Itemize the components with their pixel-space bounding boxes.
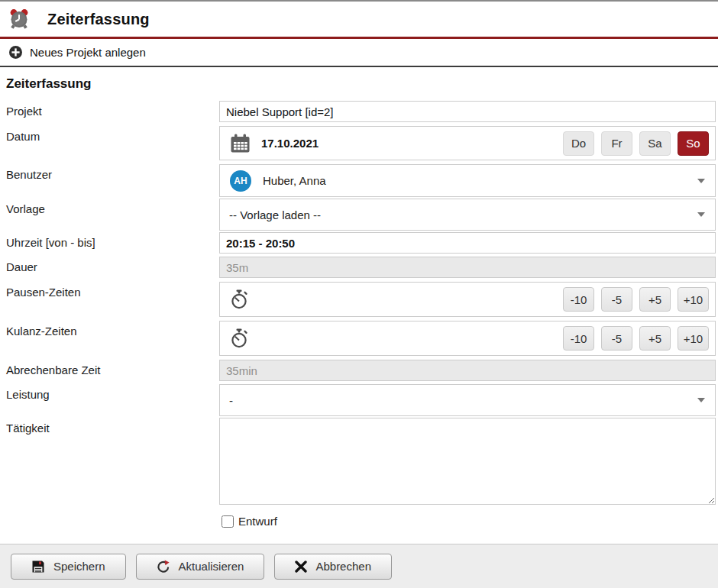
pausen-minus5-button[interactable]: -5 [601,287,632,312]
weekday-button-sa[interactable]: Sa [639,131,671,156]
chevron-down-icon [697,179,705,183]
date-value[interactable]: 17.10.2021 [261,137,319,150]
kulanz-adjust-buttons: -10 -5 +5 +10 [563,326,709,351]
plus-circle-icon [9,46,22,59]
pausen-plus10-button[interactable]: +10 [678,287,709,312]
chevron-down-icon [697,212,705,217]
weekday-button-do[interactable]: Do [563,131,594,156]
datum-row: Datum 17.10.2021 Do Fr [6,126,716,160]
weekday-button-so[interactable]: So [678,131,709,156]
uhrzeit-input[interactable] [219,232,716,254]
dauer-row: Dauer [6,257,716,278]
datum-field: 17.10.2021 Do Fr Sa So [219,126,716,160]
leistung-label: Leistung [6,384,219,416]
benutzer-label: Benutzer [6,164,219,197]
taetigkeit-row: Tätigkeit [6,418,716,508]
datum-label: Datum [6,126,219,160]
leistung-select[interactable]: - [219,384,716,416]
refresh-icon [157,560,170,573]
benutzer-row: Benutzer AH Huber, Anna [6,164,716,197]
cancel-button[interactable]: Abbrechen [274,554,392,580]
leistung-row: Leistung - [6,384,716,416]
taetigkeit-textarea[interactable] [219,418,716,505]
entwurf-label: Entwurf [238,515,277,528]
vorlage-select[interactable]: -- Vorlage laden -- [219,199,716,231]
new-project-label: Neues Projekt anlegen [30,46,146,59]
abrechenbar-label: Abrechenbare Zeit [6,360,219,381]
calendar-icon[interactable] [230,133,251,153]
dauer-input [219,257,716,278]
save-button[interactable]: Speichern [11,554,126,580]
kulanz-plus5-button[interactable]: +5 [639,326,671,351]
abrechenbar-input [219,360,716,381]
projekt-input[interactable] [219,101,716,122]
leistung-value: - [229,394,233,407]
dauer-label: Dauer [6,257,219,278]
projekt-row: Projekt [6,101,716,122]
pausen-plus5-button[interactable]: +5 [639,287,671,312]
kulanz-field: -10 -5 +5 +10 [219,321,716,356]
kulanz-minus5-button[interactable]: -5 [601,326,632,351]
uhrzeit-row: Uhrzeit [von - bis] [6,232,716,254]
cancel-label: Abbrechen [315,560,371,573]
stopwatch-icon [230,328,248,348]
vorlage-row: Vorlage -- Vorlage laden -- [6,199,716,231]
entwurf-row: Entwurf [222,515,718,528]
abrechenbar-row: Abrechenbare Zeit [6,360,716,381]
app-header: Zeiterfassung [0,2,718,39]
user-avatar: AH [230,170,251,192]
vorlage-label: Vorlage [6,199,219,231]
pausen-row: Pausen-Zeiten -10 -5 +5 +10 [6,282,716,317]
chevron-down-icon [697,398,705,402]
kulanz-minus10-button[interactable]: -10 [563,326,594,351]
footer-bar: Speichern Aktualisieren Abbrechen [0,544,718,588]
page-title: Zeiterfassung [47,11,150,28]
stopwatch-icon [230,289,248,309]
refresh-label: Aktualisieren [179,560,244,573]
weekday-button-fr[interactable]: Fr [601,131,632,156]
taetigkeit-label: Tätigkeit [6,418,219,508]
kulanz-plus10-button[interactable]: +10 [678,326,709,351]
kulanz-row: Kulanz-Zeiten -10 -5 +5 +10 [6,321,716,356]
section-title: Zeiterfassung [6,76,718,92]
pausen-field: -10 -5 +5 +10 [219,282,716,317]
entwurf-checkbox[interactable] [222,515,234,528]
time-entry-form: Zeiterfassung Projekt Datum [0,67,718,544]
vorlage-value: -- Vorlage laden -- [229,208,321,221]
benutzer-select[interactable]: AH Huber, Anna [219,164,716,197]
refresh-button[interactable]: Aktualisieren [136,554,265,580]
projekt-label: Projekt [6,101,219,122]
floppy-disk-icon [31,560,45,573]
pausen-adjust-buttons: -10 -5 +5 +10 [563,287,709,312]
kulanz-label: Kulanz-Zeiten [6,321,219,356]
save-label: Speichern [53,560,105,573]
close-icon [295,561,307,573]
pausen-minus10-button[interactable]: -10 [563,287,594,312]
weekday-buttons: Do Fr Sa So [563,131,709,156]
uhrzeit-label: Uhrzeit [von - bis] [6,232,219,254]
pausen-label: Pausen-Zeiten [6,282,219,317]
alarm-clock-icon [8,8,31,31]
new-project-action[interactable]: Neues Projekt anlegen [0,39,718,67]
benutzer-value: Huber, Anna [263,174,326,187]
